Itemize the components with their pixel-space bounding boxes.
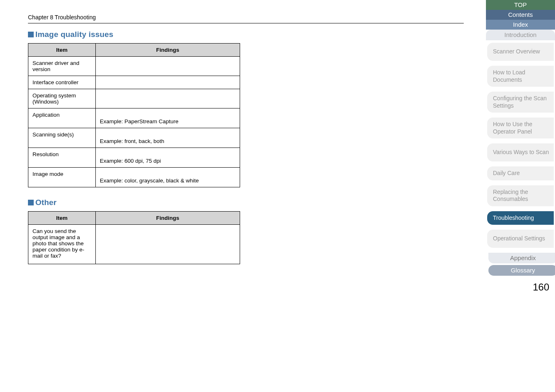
col-header-item: Item — [28, 212, 96, 225]
cell-findings — [95, 89, 240, 108]
nav-daily-care[interactable]: Daily Care — [487, 166, 554, 180]
other-table: Item Findings Can you send the output im… — [28, 211, 240, 264]
nav-replacing-consumables[interactable]: Replacing the Consumables — [487, 185, 554, 206]
nav-configuring-scan-settings[interactable]: Configuring the Scan Settings — [487, 92, 554, 113]
table-row: Interface controller — [28, 76, 240, 89]
table-row: Scanner driver and version — [28, 57, 240, 76]
cell-findings — [95, 225, 240, 264]
nav-scanner-overview[interactable]: Scanner Overview — [487, 43, 554, 61]
cell-item: Image mode — [28, 168, 96, 187]
page-number: 160 — [486, 281, 555, 293]
cell-item: Can you send the output image and a phot… — [28, 225, 96, 264]
table-row: Operating system (Windows) — [28, 89, 240, 108]
col-header-findings: Findings — [95, 212, 240, 225]
nav-how-to-use-operator-panel[interactable]: How to Use the Operator Panel — [487, 118, 554, 138]
divider — [28, 23, 464, 23]
table-row: ApplicationExample: PaperStream Capture — [28, 108, 240, 128]
cell-item: Operating system (Windows) — [28, 89, 96, 108]
table-header-row: Item Findings — [28, 44, 240, 57]
nav-glossary[interactable]: Glossary — [488, 265, 555, 276]
table-row: Image modeExample: color, grayscale, bla… — [28, 168, 240, 187]
cell-findings: Example: 600 dpi, 75 dpi — [95, 148, 240, 168]
cell-findings: Example: front, back, both — [95, 128, 240, 148]
cell-item: Application — [28, 108, 96, 128]
section-other: Other — [28, 198, 468, 207]
table-header-row: Item Findings — [28, 212, 240, 225]
square-bullet-icon — [28, 200, 34, 205]
cell-findings — [95, 57, 240, 76]
chapter-heading: Chapter 8 Troubleshooting — [28, 14, 468, 21]
nav-appendix[interactable]: Appendix — [488, 253, 555, 263]
table-row: ResolutionExample: 600 dpi, 75 dpi — [28, 148, 240, 168]
col-header-findings: Findings — [95, 44, 240, 57]
nav-various-ways-to-scan[interactable]: Various Ways to Scan — [487, 143, 554, 161]
cell-item: Scanner driver and version — [28, 57, 96, 76]
cell-item: Resolution — [28, 148, 96, 168]
sidebar: TOP Contents Index Introduction Scanner … — [486, 0, 555, 392]
table-row: Can you send the output image and a phot… — [28, 225, 240, 264]
cell-findings: Example: color, grayscale, black & white — [95, 168, 240, 187]
nav-index[interactable]: Index — [486, 20, 555, 30]
table-row: Scanning side(s)Example: front, back, bo… — [28, 128, 240, 148]
nav-top[interactable]: TOP — [486, 0, 555, 10]
nav-contents[interactable]: Contents — [486, 10, 555, 20]
section-image-quality: Image quality issues — [28, 30, 468, 39]
square-bullet-icon — [28, 32, 34, 37]
nav-how-to-load-documents[interactable]: How to Load Documents — [487, 66, 554, 87]
section-title: Image quality issues — [35, 30, 113, 39]
nav-troubleshooting[interactable]: Troubleshooting — [487, 211, 554, 225]
cell-item: Interface controller — [28, 76, 96, 89]
cell-item: Scanning side(s) — [28, 128, 96, 148]
section-title: Other — [35, 198, 57, 207]
nav-chapters: Scanner Overview How to Load Documents C… — [486, 43, 555, 248]
col-header-item: Item — [28, 44, 96, 57]
nav-introduction[interactable]: Introduction — [486, 30, 555, 40]
image-quality-table: Item Findings Scanner driver and version… — [28, 43, 240, 187]
nav-operational-settings[interactable]: Operational Settings — [487, 230, 554, 248]
cell-findings: Example: PaperStream Capture — [95, 108, 240, 128]
cell-findings — [95, 76, 240, 89]
